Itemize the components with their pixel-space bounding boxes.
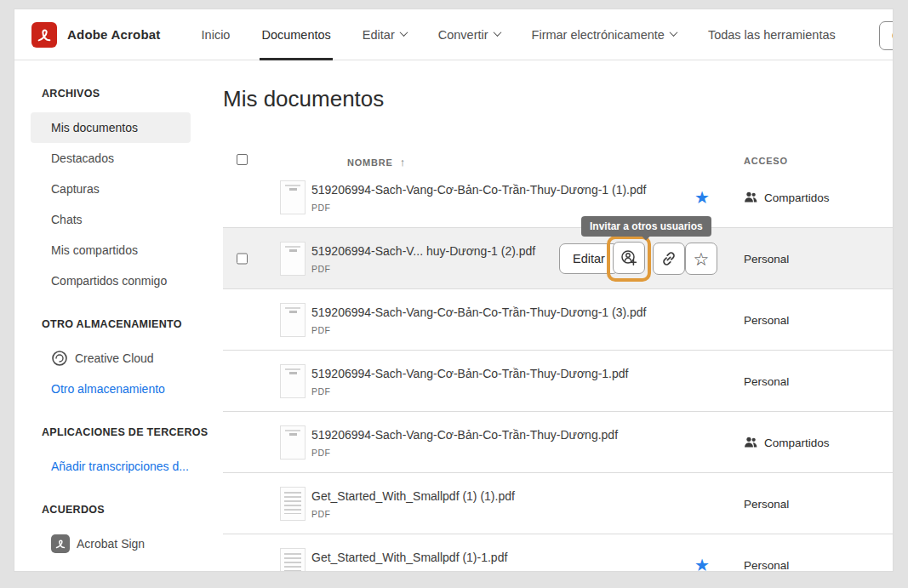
file-name: 519206994-Sach-Vang-Cơ-Bản-Co-Trần-Thuy-…: [311, 182, 646, 196]
sidebar-item-mis-compartidos[interactable]: Mis compartidos: [31, 235, 191, 265]
file-name: Get_Started_With_Smallpdf (1)-1.pdf: [311, 550, 507, 563]
star-outline-icon: ☆: [694, 250, 710, 268]
sidebar-item-otro-almacenamiento[interactable]: Otro almacenamiento: [31, 374, 191, 404]
table-row[interactable]: Get_Started_With_Smallpdf (1)-1.pdf PDF …: [223, 534, 893, 571]
file-name: 519206994-Sach-V... huy-Dương-1 (2).pdf: [311, 243, 535, 257]
sidebar-section-aplicaciones-terceros: APLICACIONES DE TERCEROS Añadir transcri…: [14, 426, 223, 482]
creative-cloud-icon: [51, 350, 68, 367]
nav-item-documentos[interactable]: Documentos: [261, 9, 330, 60]
invite-users-button[interactable]: [613, 242, 645, 274]
sidebar-item-anadir-transcripciones[interactable]: Añadir transcripciones d...: [31, 451, 191, 482]
table-row[interactable]: 519206994-Sach-Vang-Cơ-Bản-Co-Trần-Thuy-…: [223, 289, 893, 351]
file-type: PDF: [311, 447, 618, 457]
chevron-down-icon: [399, 28, 408, 37]
top-navbar: Adobe Acrobat Inicio Documentos Editar C…: [14, 9, 893, 60]
column-header-nombre[interactable]: NOMBRE ↑: [347, 156, 406, 168]
sidebar-section-otro-almacenamiento: OTRO ALMACENAMIENTO Creative Cloud Otro …: [14, 318, 223, 404]
sort-ascending-icon[interactable]: ↑: [400, 156, 406, 168]
pdf-thumbnail: [280, 242, 306, 276]
access-label: Personal: [744, 313, 789, 326]
select-all-checkbox[interactable]: [237, 154, 248, 165]
sidebar-item-capturas[interactable]: Capturas: [31, 174, 191, 204]
star-filled-icon[interactable]: ★: [694, 187, 710, 206]
adobe-acrobat-logo-icon[interactable]: [31, 22, 57, 48]
table-row[interactable]: 519206994-Sach-Vang-Cơ-Bản-Co-Trần-Thuy-…: [223, 180, 893, 228]
star-toggle-button[interactable]: ☆: [685, 243, 717, 275]
main-nav: Inicio Documentos Editar Convertir Firma…: [202, 9, 836, 60]
nav-item-firmar[interactable]: Firmar electrónicamente: [532, 9, 677, 60]
sidebar-section-archivos: ARCHIVOS Mis documentos Destacados Captu…: [14, 88, 223, 296]
table-row[interactable]: 519206994-Sach-Vang-Cơ-Bản-Co-Trần-Thuy-…: [223, 412, 893, 473]
file-type: PDF: [311, 324, 646, 334]
star-filled-icon[interactable]: ★: [694, 555, 710, 571]
table-row[interactable]: 519206994-Sach-Vang-Cơ-Bản-Co-Trần-Thuy-…: [223, 351, 893, 412]
nav-item-todas-herramientas[interactable]: Todas las herramientas: [708, 9, 836, 60]
access-label: Compartidos: [764, 436, 830, 448]
pdf-thumbnail: [280, 180, 306, 214]
table-header: NOMBRE ↑ ACCESO: [223, 149, 893, 173]
sidebar-item-chats[interactable]: Chats: [31, 204, 191, 235]
chevron-down-icon: [669, 28, 677, 37]
pdf-thumbnail: [280, 548, 306, 572]
share-link-button[interactable]: [653, 243, 685, 275]
access-label: Personal: [744, 252, 789, 265]
file-name: 519206994-Sach-Vang-Cơ-Bản-Co-Trần-Thuy-…: [311, 427, 618, 441]
shared-people-icon: [744, 191, 758, 203]
sidebar-item-destacados[interactable]: Destacados: [31, 143, 191, 174]
table-row[interactable]: Get_Started_With_Smallpdf (1) (1).pdf PD…: [223, 473, 893, 534]
row-checkbox[interactable]: [237, 253, 248, 264]
pdf-thumbnail: [280, 303, 306, 337]
file-name: Get_Started_With_Smallpdf (1) (1).pdf: [311, 488, 515, 502]
pdf-thumbnail: [280, 425, 306, 460]
main-content: Mis documentos NOMBRE ↑ ACCESO 519206994…: [223, 60, 893, 571]
file-name: 519206994-Sach-Vang-Cơ-Bản-Co-Trần-Thuy-…: [311, 305, 646, 318]
file-type: PDF: [311, 202, 646, 212]
chevron-down-icon: [493, 28, 501, 37]
shared-people-icon: [744, 437, 758, 448]
acrobat-web-window: Adobe Acrobat Inicio Documentos Editar C…: [14, 9, 894, 572]
file-name: 519206994-Sach-Vang-Cơ-Bản-Co-Trần-Thuy-…: [311, 366, 628, 380]
sidebar-item-compartidos-conmigo[interactable]: Compartidos conmigo: [31, 265, 191, 296]
sidebar: ARCHIVOS Mis documentos Destacados Captu…: [14, 60, 223, 571]
section-title: ARCHIVOS: [14, 88, 223, 100]
table-row-hovered[interactable]: 519206994-Sach-V... huy-Dương-1 (2).pdf …: [223, 228, 893, 289]
acrobat-sign-icon: [51, 534, 70, 553]
section-title: OTRO ALMACENAMIENTO: [14, 318, 223, 330]
file-type: PDF: [311, 263, 535, 273]
clipped-right-button[interactable]: Ob: [879, 21, 894, 50]
invite-tooltip: Invitar a otros usuarios: [581, 216, 711, 237]
section-title: APLICACIONES DE TERCEROS: [14, 426, 223, 438]
nav-item-convertir[interactable]: Convertir: [438, 9, 500, 60]
page-title: Mis documentos: [223, 86, 893, 112]
file-list: 519206994-Sach-Vang-Cơ-Bản-Co-Trần-Thuy-…: [223, 180, 893, 571]
file-type: PDF: [311, 508, 515, 518]
access-label: Personal: [744, 558, 789, 571]
section-title: ACUERDOS: [14, 504, 223, 516]
user-plus-icon: [620, 248, 638, 267]
orange-highlight-box: [607, 236, 651, 282]
sidebar-item-acrobat-sign[interactable]: Acrobat Sign: [31, 528, 191, 559]
pdf-thumbnail: [280, 364, 306, 398]
pdf-thumbnail: [280, 487, 306, 521]
sidebar-item-creative-cloud[interactable]: Creative Cloud: [31, 343, 191, 374]
sidebar-section-acuerdos: ACUERDOS Acrobat Sign: [14, 504, 223, 559]
acrobat-mark-icon: [36, 26, 53, 43]
nav-item-inicio[interactable]: Inicio: [202, 9, 231, 60]
file-type: PDF: [311, 569, 507, 571]
nav-item-editar[interactable]: Editar: [363, 9, 407, 60]
file-type: PDF: [311, 385, 628, 396]
access-label: Personal: [744, 374, 789, 387]
link-icon: [660, 250, 677, 267]
access-label: Personal: [744, 497, 789, 510]
sidebar-item-mis-documentos[interactable]: Mis documentos: [31, 112, 191, 143]
brand-title: Adobe Acrobat: [67, 27, 161, 42]
column-header-acceso[interactable]: ACCESO: [744, 156, 788, 166]
access-label: Compartidos: [764, 191, 830, 203]
